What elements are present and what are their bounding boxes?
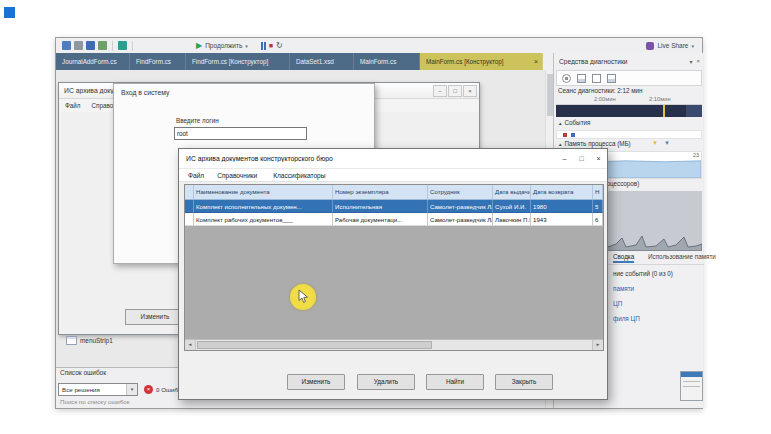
- event-marker-icon: [571, 133, 575, 137]
- error-scope-combobox[interactable]: Все решения ▾: [58, 383, 138, 396]
- menu-item-file[interactable]: Файл: [65, 102, 80, 109]
- app-title: ИС архива документов конструкторского бю…: [179, 155, 556, 162]
- tab-summary[interactable]: Сводка: [613, 253, 634, 263]
- diagnostics-header: Средства диагностики ▾ ×: [554, 53, 704, 69]
- cell[interactable]: Лавочкин П.П.: [493, 213, 531, 226]
- delete-button[interactable]: Удалить: [357, 374, 415, 390]
- menu-item-file[interactable]: Файл: [188, 172, 204, 179]
- maximize-icon[interactable]: □: [573, 149, 590, 168]
- summary-cpu-profile-link[interactable]: филя ЦП: [613, 315, 640, 322]
- live-share-label[interactable]: Live Share: [657, 42, 688, 49]
- stop-debug-icon[interactable]: ■: [269, 42, 273, 50]
- column-header[interactable]: Наименование документа: [194, 185, 333, 200]
- events-section-header[interactable]: ▲События: [558, 119, 590, 126]
- navigate-icon[interactable]: [118, 41, 127, 50]
- timer-icon[interactable]: [562, 74, 571, 83]
- horizontal-scrollbar[interactable]: ◄ ►: [185, 339, 603, 350]
- find-button[interactable]: Найти: [426, 374, 484, 390]
- summary-memory-link[interactable]: памяти: [613, 285, 634, 292]
- cell[interactable]: Комплект рабочих документов___: [194, 213, 333, 226]
- error-scope-value: Все решения: [59, 386, 126, 393]
- tab-findform-designer[interactable]: FindForm.cs [Конструктор]: [186, 53, 290, 70]
- close-icon[interactable]: ×: [696, 58, 700, 64]
- minimize-icon[interactable]: –: [556, 149, 573, 168]
- error-icon: ×: [144, 385, 153, 394]
- cell[interactable]: Комплект исполнительных докумен...: [194, 200, 333, 213]
- snapshot-camera-icon[interactable]: [577, 74, 586, 83]
- edit-button[interactable]: Изменить: [287, 374, 345, 390]
- continue-icon[interactable]: ▶: [196, 41, 202, 50]
- cell[interactable]: 6: [593, 213, 603, 226]
- component-name: menuStrip1: [80, 337, 113, 344]
- mini-pane-line: [683, 386, 700, 387]
- expander-icon[interactable]: ▲: [558, 142, 562, 147]
- timeline-bar[interactable]: [556, 105, 702, 117]
- cell[interactable]: 1980: [531, 200, 593, 213]
- chevron-down-icon[interactable]: ▾: [689, 58, 692, 65]
- tab-mainform[interactable]: MainForm.cs: [354, 53, 420, 70]
- table-row[interactable]: Комплект исполнительных докумен... Испол…: [185, 200, 603, 213]
- column-header[interactable]: Дата возврата: [531, 185, 593, 200]
- mini-pane-titlebar: [681, 372, 702, 377]
- save-all-icon[interactable]: [98, 41, 107, 50]
- component-tray-item[interactable]: menuStrip1: [66, 336, 113, 345]
- close-button[interactable]: Закрыть: [495, 374, 553, 390]
- cell[interactable]: Исполнительная: [333, 200, 428, 213]
- continue-dropdown-icon[interactable]: ▾: [245, 43, 248, 49]
- tab-mainform-designer[interactable]: MainForm.cs [Конструктор] ×: [420, 53, 543, 70]
- zoom-icon[interactable]: [592, 74, 601, 83]
- column-header[interactable]: Н: [593, 185, 603, 200]
- menu-item-classifiers[interactable]: Классификаторы: [273, 172, 325, 179]
- app-menubar: Файл Справочники Классификаторы: [179, 169, 607, 182]
- restart-icon[interactable]: ↻: [276, 41, 283, 50]
- cell[interactable]: Рабочая документаци...: [333, 213, 428, 226]
- settings-icon[interactable]: [607, 74, 616, 83]
- accent-square: [4, 7, 15, 18]
- save-icon[interactable]: [86, 41, 95, 50]
- grid-header-row: Наименование документа Номер экземпляра …: [185, 185, 603, 200]
- error-search-placeholder[interactable]: Поиск по списку ошибок: [60, 398, 130, 405]
- column-header[interactable]: Номер экземпляра: [333, 185, 428, 200]
- tab-dataset1[interactable]: DataSet1.xsd: [290, 53, 354, 70]
- chevron-down-icon[interactable]: ▾: [126, 384, 137, 395]
- cell[interactable]: 5: [593, 200, 603, 213]
- table-row[interactable]: Комплект рабочих документов___ Рабочая д…: [185, 213, 603, 226]
- mouse-cursor-icon: [298, 289, 309, 304]
- login-input[interactable]: [174, 127, 307, 140]
- continue-label[interactable]: Продолжить: [205, 42, 242, 49]
- cell[interactable]: Самолет-разведчик ЛА-5...: [428, 213, 493, 226]
- column-header[interactable]: Дата выдачи: [493, 185, 531, 200]
- maximize-icon[interactable]: □: [448, 85, 462, 97]
- summary-cpu-link[interactable]: ЦП: [613, 300, 622, 307]
- minimize-icon[interactable]: –: [433, 85, 447, 97]
- scroll-right-icon[interactable]: ►: [592, 340, 603, 350]
- break-all-icon[interactable]: [261, 42, 266, 50]
- tab-memory-usage[interactable]: Использование памяти: [648, 253, 716, 260]
- live-share-dropdown-icon[interactable]: ▾: [691, 43, 694, 49]
- diagnostics-toolbar: [556, 70, 702, 86]
- timeline-viewport[interactable]: [686, 105, 702, 117]
- designer-edit-button[interactable]: Изменить: [125, 309, 185, 325]
- tab-close-icon[interactable]: ×: [534, 53, 538, 70]
- new-file-icon[interactable]: [62, 41, 71, 50]
- cell[interactable]: Самолет-разведчик ЛА-5...: [428, 200, 493, 213]
- scrollbar-thumb[interactable]: [197, 341, 432, 349]
- events-lane: [556, 130, 702, 139]
- scroll-left-icon[interactable]: ◄: [185, 340, 196, 350]
- session-duration-label: Сеанс диагностики: 2:12 мин: [558, 87, 643, 94]
- events-section-label: События: [564, 119, 590, 126]
- open-file-icon[interactable]: [74, 41, 83, 50]
- menu-item-references[interactable]: Справочники: [217, 172, 257, 179]
- tab-journaladdform[interactable]: JournalAddForm.cs: [56, 53, 130, 70]
- expander-icon[interactable]: ▲: [558, 121, 562, 126]
- tab-findform[interactable]: FindForm.cs: [130, 53, 186, 70]
- close-icon[interactable]: ×: [463, 85, 477, 97]
- close-icon[interactable]: ×: [590, 149, 607, 168]
- memory-section-header[interactable]: ▲Память процесса (МБ): [558, 140, 631, 147]
- toolbar-separator: [112, 41, 113, 51]
- row-header-cell[interactable]: [185, 200, 194, 213]
- column-header[interactable]: Сотрудник: [428, 185, 493, 200]
- cell[interactable]: Сухой И.И.: [493, 200, 531, 213]
- row-header-cell[interactable]: [185, 213, 194, 226]
- cell[interactable]: 1943: [531, 213, 593, 226]
